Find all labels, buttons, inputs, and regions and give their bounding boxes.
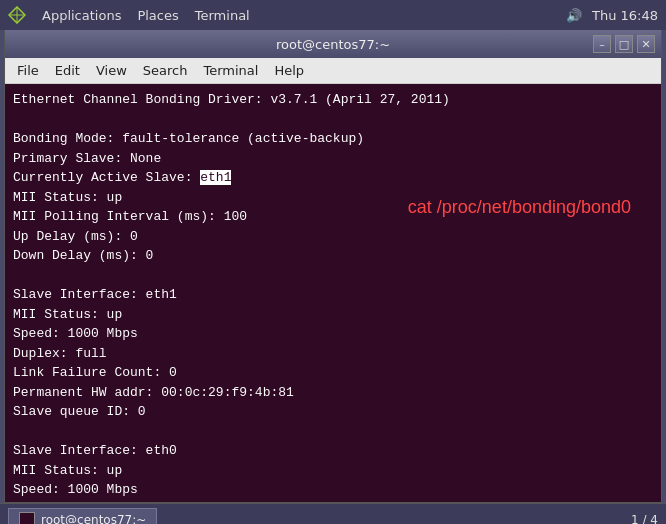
- close-button[interactable]: ✕: [637, 35, 655, 53]
- terminal-line-21: Speed: 1000 Mbps: [13, 480, 653, 500]
- terminal-window: root@centos77:~ – □ ✕ File Edit View Sea…: [4, 30, 662, 503]
- terminal-line-8: Up Delay (ms): 0: [13, 227, 653, 247]
- terminal-line-16: Permanent HW addr: 00:0c:29:f9:4b:81: [13, 383, 653, 403]
- system-bar: Applications Places Terminal 🔊 Thu 16:48: [0, 0, 666, 30]
- terminal-line-9: Down Delay (ms): 0: [13, 246, 653, 266]
- terminal-line-17: Slave queue ID: 0: [13, 402, 653, 422]
- menu-places[interactable]: Places: [137, 8, 178, 23]
- taskbar-pager: 1 / 4: [631, 513, 658, 525]
- terminal-line-5: Currently Active Slave: eth1: [13, 168, 653, 188]
- system-bar-left: Applications Places Terminal: [8, 6, 566, 24]
- menu-bar: File Edit View Search Terminal Help: [5, 58, 661, 84]
- terminal-line-13: Speed: 1000 Mbps: [13, 324, 653, 344]
- window-title: root@centos77:~: [276, 37, 390, 52]
- menu-file[interactable]: File: [9, 61, 47, 80]
- window-titlebar: root@centos77:~ – □ ✕: [5, 30, 661, 58]
- taskbar: root@centos77:~ 1 / 4: [0, 503, 666, 524]
- menu-edit[interactable]: Edit: [47, 61, 88, 80]
- terminal-line-4: Primary Slave: None: [13, 149, 653, 169]
- terminal-annotation: cat /proc/net/bonding/bond0: [408, 194, 631, 221]
- terminal-line-19: Slave Interface: eth0: [13, 441, 653, 461]
- eth1-highlight: eth1: [200, 170, 231, 185]
- menu-terminal[interactable]: Terminal: [195, 8, 250, 23]
- taskbar-item-label: root@centos77:~: [41, 513, 146, 525]
- system-bar-right: 🔊 Thu 16:48: [566, 8, 658, 23]
- menu-applications[interactable]: Applications: [42, 8, 121, 23]
- terminal-line-18: [13, 422, 653, 442]
- terminal-line-12: MII Status: up: [13, 305, 653, 325]
- taskbar-terminal-item[interactable]: root@centos77:~: [8, 508, 157, 525]
- terminal-line-10: [13, 266, 653, 286]
- terminal-line-3: Bonding Mode: fault-tolerance (active-ba…: [13, 129, 653, 149]
- terminal-line-20: MII Status: up: [13, 461, 653, 481]
- terminal-line-14: Duplex: full: [13, 344, 653, 364]
- terminal-body[interactable]: Ethernet Channel Bonding Driver: v3.7.1 …: [5, 84, 661, 502]
- menu-search[interactable]: Search: [135, 61, 196, 80]
- taskbar-terminal-icon: [19, 512, 35, 525]
- maximize-button[interactable]: □: [615, 35, 633, 53]
- terminal-line-1: Ethernet Channel Bonding Driver: v3.7.1 …: [13, 90, 653, 110]
- terminal-line-2: [13, 110, 653, 130]
- terminal-line-15: Link Failure Count: 0: [13, 363, 653, 383]
- terminal-line-11: Slave Interface: eth1: [13, 285, 653, 305]
- menu-view[interactable]: View: [88, 61, 135, 80]
- centos-logo-icon: [8, 6, 26, 24]
- window-controls: – □ ✕: [593, 35, 655, 53]
- menu-terminal[interactable]: Terminal: [195, 61, 266, 80]
- taskbar-left: root@centos77:~: [8, 508, 157, 525]
- system-time: Thu 16:48: [592, 8, 658, 23]
- minimize-button[interactable]: –: [593, 35, 611, 53]
- menu-help[interactable]: Help: [266, 61, 312, 80]
- volume-icon: 🔊: [566, 8, 582, 23]
- terminal-line-22: Duplex: full: [13, 500, 653, 503]
